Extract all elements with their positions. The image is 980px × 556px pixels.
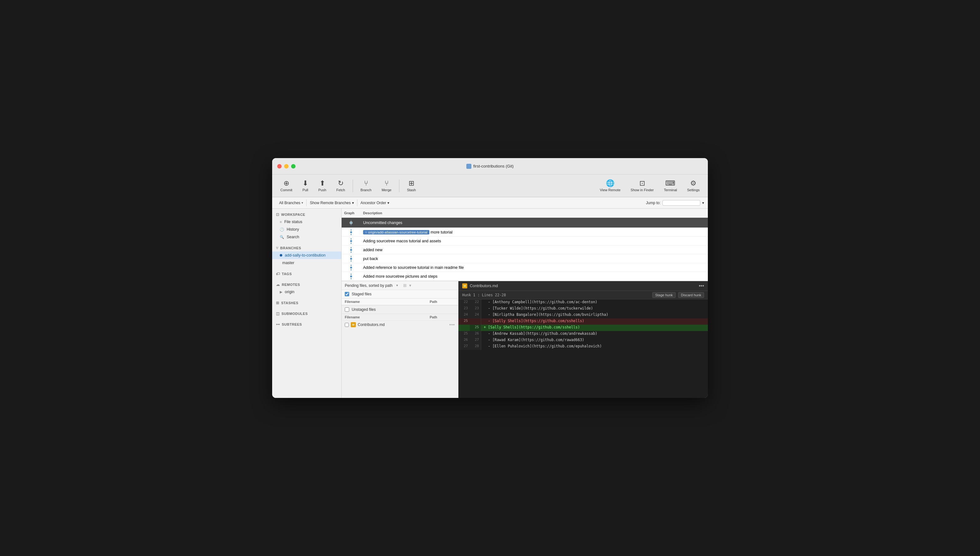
diff-line-2: 24 24 - [Nirliptha Bangalore](https://gi…	[458, 312, 708, 318]
file-row-menu-0[interactable]: •••	[449, 322, 455, 327]
unstaged-header: Unstaged files	[342, 305, 458, 314]
commit-3-graph	[342, 247, 361, 253]
commit-list: Graph Description Uncommitted changes	[342, 208, 708, 281]
remotes-header: ☁ REMOTES	[272, 281, 341, 288]
commit-button[interactable]: ⊕ Commit	[276, 178, 297, 194]
commit-5-message: Added reference to sourcetree tutorial i…	[363, 265, 464, 270]
line-num-old-1: 23	[458, 306, 470, 312]
diff-filename: Contributors.md	[470, 284, 498, 288]
line-content-1: - [Tucker Wilde](https://github.com/tuck…	[481, 306, 708, 312]
submodules-icon: ◫	[276, 312, 280, 316]
file-badge-0: M	[351, 322, 356, 327]
line-content-3: - [Sally Shells](https://github.com/sshe…	[481, 318, 708, 325]
pending-view-icon[interactable]: ⊞	[403, 283, 407, 288]
sidebar-item-search[interactable]: 🔍 Search	[272, 233, 341, 241]
fetch-icon: ↻	[338, 180, 343, 187]
sidebar-item-branch-active[interactable]: add-sally-to-contibution	[272, 252, 341, 259]
diff-line-4-added: 25 + [Sally Shells](https://github.com/s…	[458, 325, 708, 331]
settings-icon: ⚙	[690, 180, 697, 187]
jump-to-chevron: ▾	[702, 201, 704, 205]
sidebar-item-file-status[interactable]: ≡ File status	[272, 218, 341, 226]
file-checkbox-0[interactable]	[345, 323, 349, 327]
all-branches-selector[interactable]: All Branches ▾	[276, 199, 306, 206]
terminal-label: Terminal	[664, 188, 677, 192]
active-branch-label: add-sally-to-contibution	[285, 253, 326, 257]
view-remote-label: View Remote	[600, 188, 620, 192]
commit-5-graph	[342, 265, 361, 270]
minimize-button[interactable]	[284, 164, 288, 168]
commit-row-4[interactable]: put back	[342, 254, 708, 263]
pull-button[interactable]: ⬇ Pull	[298, 178, 313, 194]
diff-file-icon: M	[462, 283, 467, 288]
diff-options-menu[interactable]: •••	[699, 283, 704, 289]
fetch-label: Fetch	[336, 188, 345, 192]
workspace-header: ⊡ WORKSPACE	[272, 211, 341, 218]
ancestor-order-selector[interactable]: Ancestor Order ▾	[357, 199, 392, 206]
commit-1-message: more tutorial	[431, 230, 452, 234]
commit-4-message: put back	[363, 257, 378, 261]
settings-button[interactable]: ⚙ Settings	[683, 178, 704, 194]
staged-label: Staged files	[352, 292, 372, 296]
staged-path-col: Path	[430, 300, 455, 304]
uncommitted-graph	[342, 220, 361, 226]
history-icon: 🕐	[280, 228, 284, 232]
commit-row-1[interactable]: ⑂ origin/add-atlassian-sourcetree-tutori…	[342, 228, 708, 237]
branch-button[interactable]: ⑂ Branch	[356, 178, 376, 194]
line-content-2: - [Nirliptha Bangalore](https://github.c…	[481, 312, 708, 318]
staged-section: Staged files Filename Path	[342, 290, 458, 305]
jump-to-label: Jump to:	[646, 201, 661, 205]
close-button[interactable]	[277, 164, 282, 168]
line-content-5: - [Andrew Kassab](https://github.com/and…	[481, 331, 708, 337]
window-icon	[467, 164, 471, 169]
line-num-old-7: 27	[458, 344, 470, 350]
commit-1-graph	[342, 230, 361, 235]
unstaged-path-col: Path	[430, 315, 455, 319]
stage-hunk-button[interactable]: Stage hunk	[652, 292, 675, 298]
sidebar-item-origin[interactable]: ▶ origin	[272, 288, 341, 296]
unstaged-file-row-0[interactable]: M Contributors.md •••	[342, 321, 458, 329]
toolbar: ⊕ Commit ⬇ Pull ⬆ Push ↻ Fetch ⑂ Branch …	[272, 175, 708, 197]
line-num-old-2: 24	[458, 312, 470, 318]
terminal-button[interactable]: ⌨ Terminal	[659, 178, 682, 194]
stash-button[interactable]: ⊞ Stash	[403, 178, 420, 194]
toolbar-right: 🌐 View Remote ⊡ Show in Finder ⌨ Termina…	[596, 178, 704, 194]
show-remote-branches-toggle[interactable]: Show Remote Branches ▾	[306, 199, 357, 206]
search-icon: 🔍	[280, 235, 284, 239]
show-in-finder-button[interactable]: ⊡ Show in Finder	[626, 178, 658, 194]
diff-header: M Contributors.md •••	[458, 281, 708, 291]
line-content-4: + [Sally Shells](https://github.com/sshe…	[481, 325, 708, 331]
maximize-button[interactable]	[291, 164, 295, 168]
line-num-old-4	[458, 325, 470, 331]
view-remote-icon: 🌐	[606, 180, 614, 187]
ancestor-order-label: Ancestor Order	[361, 201, 386, 205]
search-label: Search	[287, 235, 299, 239]
uncommitted-desc: Uncommitted changes	[361, 219, 708, 226]
view-remote-button[interactable]: 🌐 View Remote	[596, 178, 625, 194]
commit-row-3[interactable]: added new	[342, 246, 708, 254]
description-col-header: Description	[361, 210, 708, 216]
fetch-button[interactable]: ↻ Fetch	[332, 178, 350, 194]
terminal-icon: ⌨	[665, 180, 675, 187]
show-remote-branches-label: Show Remote Branches	[310, 201, 350, 205]
merge-button[interactable]: ⑂ Merge	[377, 178, 396, 194]
commit-row-6[interactable]: Added more sourcetree pictures and steps	[342, 272, 708, 281]
sidebar-item-branch-master[interactable]: master	[272, 259, 341, 267]
line-num-new-1: 23	[470, 306, 481, 312]
commit-row-5[interactable]: Added reference to sourcetree tutorial i…	[342, 263, 708, 272]
commit-3-message: added new	[363, 248, 382, 252]
commit-icon: ⊕	[283, 180, 289, 187]
commit-list-header: Graph Description	[342, 208, 708, 218]
sidebar-item-history[interactable]: 🕐 History	[272, 226, 341, 233]
commit-row-2[interactable]: Adding sourcetree macos tutorial and ass…	[342, 237, 708, 246]
uncommitted-row[interactable]: Uncommitted changes	[342, 218, 708, 228]
staged-checkbox[interactable]	[345, 292, 349, 296]
push-button[interactable]: ⬆ Push	[314, 178, 330, 194]
unstaged-section: Unstaged files Filename Path M Contribut…	[342, 305, 458, 398]
discard-hunk-button[interactable]: Discard hunk	[678, 292, 704, 298]
settings-label: Settings	[687, 188, 700, 192]
jump-to-input[interactable]	[663, 200, 700, 206]
line-num-old-0: 22	[458, 299, 470, 306]
unstaged-checkbox[interactable]	[345, 307, 349, 312]
commit-1-tag-0: ⑂ origin/add-atlassian-sourcetree-tutori…	[363, 230, 429, 234]
line-num-old-5: 25	[458, 331, 470, 337]
